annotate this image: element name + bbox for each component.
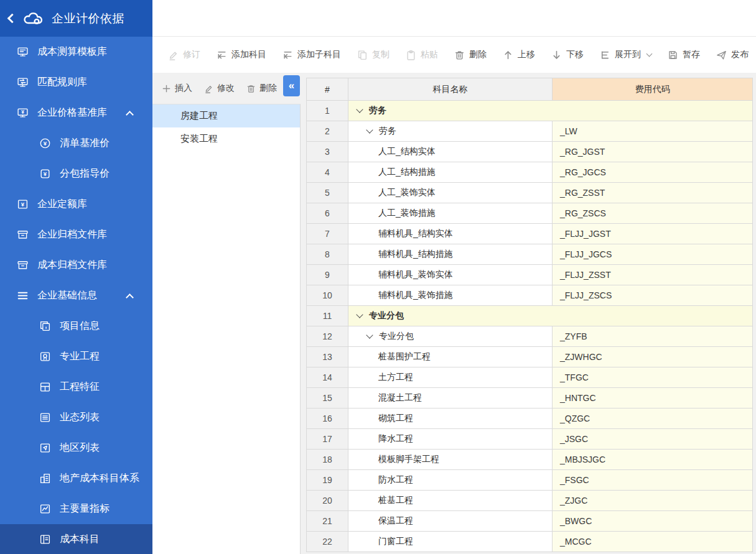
table-row[interactable]: 13 桩基围护工程 _ZJWHGC: [307, 347, 753, 367]
table-row[interactable]: 22 门窗工程 _MCGC: [307, 532, 753, 552]
toolbar-button[interactable]: 发布: [716, 49, 749, 60]
fee-code-cell[interactable]: _BWGC: [553, 511, 753, 532]
subject-name-cell[interactable]: 专业分包: [348, 306, 753, 326]
table-row[interactable]: 3 人工_结构实体 _RG_JGST: [307, 142, 753, 162]
subject-name-cell[interactable]: 砌筑工程: [348, 409, 553, 429]
fee-code-cell[interactable]: _FLJJ_ZSCS: [553, 285, 753, 306]
collapse-caret-icon[interactable]: [356, 106, 363, 113]
sidebar-item[interactable]: 企业价格基准库: [0, 98, 152, 128]
fee-code-cell[interactable]: _MCGC: [553, 532, 753, 552]
sidebar-item[interactable]: 企业基础信息: [0, 280, 152, 311]
sidebar-item[interactable]: 成本科目: [0, 524, 152, 554]
subject-name-cell[interactable]: 降水工程: [348, 429, 553, 450]
panel-button[interactable]: 修改: [204, 83, 235, 94]
table-row[interactable]: 6 人工_装饰措施 _RG_ZSCS: [307, 203, 753, 224]
table-row[interactable]: 16 砌筑工程 _QZGC: [307, 409, 753, 429]
table-row[interactable]: 2 劳务 _LW: [307, 121, 753, 142]
table-row[interactable]: 21 保温工程 _BWGC: [307, 511, 753, 532]
table-row[interactable]: 20 桩基工程 _ZJGC: [307, 491, 753, 511]
fee-code-cell[interactable]: _LW: [553, 121, 753, 142]
subject-name-cell[interactable]: 保温工程: [348, 511, 553, 532]
sidebar-item[interactable]: 工程特征: [0, 372, 152, 402]
table-row[interactable]: 11 专业分包: [307, 306, 753, 326]
toolbar-button[interactable]: 添加子科目: [282, 49, 341, 60]
table-row[interactable]: 15 混凝土工程 _HNTGC: [307, 388, 753, 409]
sidebar-item[interactable]: 成本测算模板库: [0, 37, 152, 67]
table-row[interactable]: 14 土方工程 _TFGC: [307, 367, 753, 388]
tree-item[interactable]: 安装工程: [152, 127, 300, 150]
fee-code-cell[interactable]: _FSGC: [553, 470, 753, 491]
collapse-panel-button[interactable]: «: [283, 75, 300, 96]
subject-name-cell[interactable]: 人工_结构措施: [348, 162, 553, 183]
fee-code-cell[interactable]: _RG_JGST: [553, 142, 753, 162]
subject-name-cell[interactable]: 人工_装饰实体: [348, 183, 553, 203]
toolbar-button[interactable]: 暂存: [668, 49, 700, 60]
subject-name-cell[interactable]: 门窗工程: [348, 532, 553, 552]
panel-button[interactable]: 删除: [246, 83, 277, 94]
sidebar-item[interactable]: 企业定额库: [0, 189, 152, 219]
subject-name-cell[interactable]: 辅料机具_装饰实体: [348, 265, 553, 285]
sidebar-item[interactable]: 企业归档文件库: [0, 219, 152, 250]
tree-item[interactable]: 房建工程: [152, 104, 300, 127]
table-row[interactable]: 8 辅料机具_结构措施 _FLJJ_JGCS: [307, 244, 753, 265]
fee-code-cell[interactable]: _TFGC: [553, 367, 753, 388]
fee-code-cell[interactable]: _FLJJ_ZSST: [553, 265, 753, 285]
fee-code-cell[interactable]: _RG_ZSST: [553, 183, 753, 203]
collapse-caret-icon[interactable]: [356, 311, 363, 318]
table-row[interactable]: 18 模板脚手架工程 _MBJSJGC: [307, 450, 753, 470]
subject-name-cell[interactable]: 人工_结构实体: [348, 142, 553, 162]
toolbar-button[interactable]: 添加科目: [217, 49, 266, 60]
fee-code-cell[interactable]: _ZJWHGC: [553, 347, 753, 367]
fee-code-cell[interactable]: _FLJJ_JGST: [553, 224, 753, 244]
subject-name-cell[interactable]: 土方工程: [348, 367, 553, 388]
table-row[interactable]: 1 劳务: [307, 101, 753, 121]
subject-name-cell[interactable]: 模板脚手架工程: [348, 450, 553, 470]
back-icon[interactable]: [7, 14, 17, 24]
subject-name-cell[interactable]: 混凝土工程: [348, 388, 553, 409]
sidebar-item[interactable]: 分包指导价: [0, 159, 152, 189]
fee-code-cell[interactable]: _HNTGC: [553, 388, 753, 409]
subject-name-cell[interactable]: 辅料机具_装饰措施: [348, 285, 553, 306]
table-row[interactable]: 12 专业分包 _ZYFB: [307, 326, 753, 347]
toolbar-button[interactable]: 展开到: [600, 49, 651, 60]
sidebar-item[interactable]: 地产成本科目体系: [0, 463, 152, 494]
toolbar-button[interactable]: 上移: [503, 49, 535, 60]
subject-name-cell[interactable]: 辅料机具_结构实体: [348, 224, 553, 244]
sidebar-item[interactable]: 项目信息: [0, 311, 152, 341]
table-row[interactable]: 4 人工_结构措施 _RG_JGCS: [307, 162, 753, 183]
table-row[interactable]: 19 防水工程 _FSGC: [307, 470, 753, 491]
subject-name-cell[interactable]: 专业分包: [348, 326, 553, 347]
toolbar-button[interactable]: 复制: [357, 49, 390, 60]
table-row[interactable]: 17 降水工程 _JSGC: [307, 429, 753, 450]
sidebar-item[interactable]: 清单基准价: [0, 128, 152, 159]
toolbar-button[interactable]: 修订: [168, 49, 200, 60]
fee-code-cell[interactable]: _JSGC: [553, 429, 753, 450]
table-row[interactable]: 7 辅料机具_结构实体 _FLJJ_JGST: [307, 224, 753, 244]
toolbar-button[interactable]: 下移: [551, 49, 584, 60]
fee-code-cell[interactable]: _RG_JGCS: [553, 162, 753, 183]
sidebar-item[interactable]: 主要量指标: [0, 494, 152, 524]
subject-name-cell[interactable]: 人工_装饰措施: [348, 203, 553, 224]
sidebar-item[interactable]: 匹配规则库: [0, 67, 152, 98]
collapse-caret-icon[interactable]: [366, 126, 373, 133]
fee-code-cell[interactable]: _MBJSJGC: [553, 450, 753, 470]
panel-button[interactable]: 插入: [162, 83, 192, 94]
subject-name-cell[interactable]: 劳务: [348, 101, 753, 121]
subject-name-cell[interactable]: 辅料机具_结构措施: [348, 244, 553, 265]
fee-code-cell[interactable]: _ZYFB: [553, 326, 753, 347]
fee-code-cell[interactable]: _RG_ZSCS: [553, 203, 753, 224]
fee-code-cell[interactable]: _QZGC: [553, 409, 753, 429]
table-row[interactable]: 9 辅料机具_装饰实体 _FLJJ_ZSST: [307, 265, 753, 285]
toolbar-button[interactable]: 粘贴: [406, 49, 438, 60]
subject-name-cell[interactable]: 劳务: [348, 121, 553, 142]
sidebar-item[interactable]: 成本归档文件库: [0, 250, 152, 280]
collapse-caret-icon[interactable]: [366, 331, 373, 338]
sidebar-item[interactable]: 业态列表: [0, 402, 152, 433]
subject-name-cell[interactable]: 桩基工程: [348, 491, 553, 511]
subject-name-cell[interactable]: 防水工程: [348, 470, 553, 491]
toolbar-button[interactable]: 删除: [454, 49, 487, 60]
sidebar-item[interactable]: 地区列表: [0, 433, 152, 463]
fee-code-cell[interactable]: _FLJJ_JGCS: [553, 244, 753, 265]
table-row[interactable]: 10 辅料机具_装饰措施 _FLJJ_ZSCS: [307, 285, 753, 306]
fee-code-cell[interactable]: _ZJGC: [553, 491, 753, 511]
